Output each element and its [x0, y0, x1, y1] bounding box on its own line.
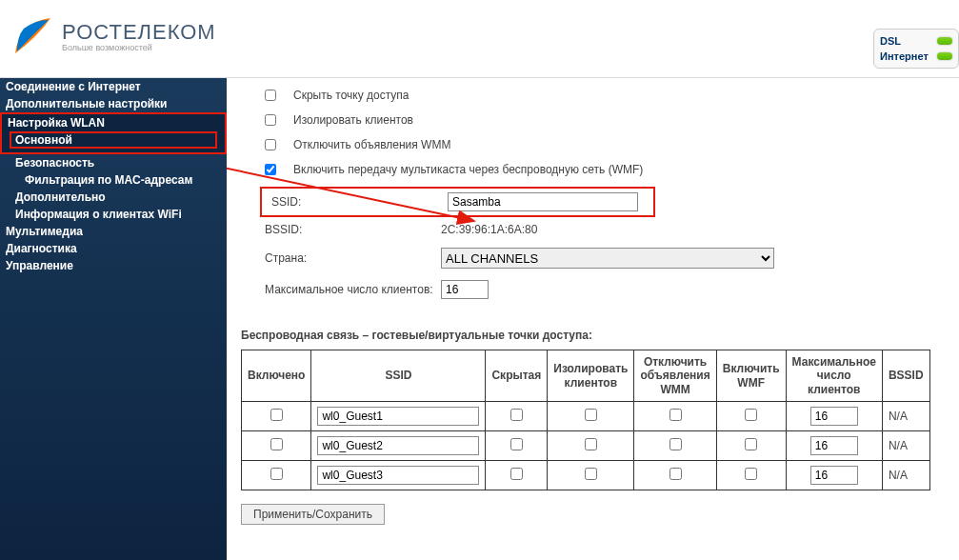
guest-wmf-checkbox[interactable] [745, 409, 757, 421]
rostelecom-logo-icon [14, 17, 52, 55]
guest-enable-checkbox[interactable] [270, 438, 283, 450]
guest-isolate-checkbox[interactable] [585, 468, 597, 480]
isolate-label: Изолировать клиентов [293, 113, 413, 127]
maxclients-input[interactable] [441, 280, 489, 299]
main-content: Скрыть точку доступа Изолировать клиенто… [227, 78, 959, 560]
sidebar-item-wifi-clients[interactable]: Информация о клиентах WiFi [0, 206, 227, 223]
guest-isolate-checkbox[interactable] [585, 409, 597, 421]
sidebar-item-basic[interactable]: Основной [15, 133, 72, 147]
table-row: N/A [242, 402, 930, 431]
ssid-label: SSID: [271, 195, 429, 209]
internet-led-icon [937, 52, 952, 60]
guest-ssid-input[interactable] [317, 466, 479, 485]
th-wmf: Включить WMF [716, 350, 786, 402]
maxclients-label: Максимальное число клиентов: [265, 283, 441, 296]
table-row: N/A [242, 431, 930, 461]
wmf-checkbox[interactable] [265, 164, 276, 175]
guest-bssid-value: N/A [882, 402, 929, 431]
bssid-label: BSSID: [265, 223, 441, 236]
ssid-highlight-box: SSID: [260, 187, 655, 217]
th-bssid: BSSID [882, 350, 929, 402]
country-select[interactable]: ALL CHANNELS [441, 248, 774, 269]
guest-max-input[interactable] [810, 436, 858, 455]
sidebar-item-management[interactable]: Управление [0, 257, 227, 274]
guest-wmm-checkbox[interactable] [669, 409, 682, 421]
guest-hidden-checkbox[interactable] [510, 409, 523, 421]
th-maxclients: Максимальное число клиентов [786, 350, 882, 402]
ssid-input[interactable] [448, 192, 638, 211]
sidebar: Соединение с Интернет Дополнительные нас… [0, 78, 227, 560]
guest-enable-checkbox[interactable] [270, 468, 283, 480]
save-button[interactable]: Применить/Сохранить [241, 504, 385, 525]
sidebar-item-security[interactable]: Безопасность [0, 154, 227, 171]
guest-bssid-value: N/A [882, 431, 929, 461]
th-disable-wmm: Отключить объявления WMM [634, 350, 716, 402]
sidebar-item-additional[interactable]: Дополнительные настройки [0, 95, 227, 112]
sidebar-item-diagnostics[interactable]: Диагностика [0, 240, 227, 257]
guest-ssid-input[interactable] [317, 436, 479, 455]
country-label: Страна: [265, 251, 441, 265]
th-hidden: Скрытая [486, 350, 548, 402]
guest-isolate-checkbox[interactable] [585, 438, 597, 450]
dsl-led-icon [937, 37, 952, 45]
th-enabled: Включено [242, 350, 311, 402]
disable-wmm-label: Отключить объявления WMM [293, 138, 450, 151]
th-ssid: SSID [311, 350, 486, 402]
guest-hidden-checkbox[interactable] [510, 438, 523, 450]
hide-ap-label: Скрыть точку доступа [293, 89, 410, 102]
guest-max-input[interactable] [810, 407, 858, 426]
dsl-label: DSL [880, 35, 901, 47]
sidebar-item-internet[interactable]: Соединение с Интернет [0, 78, 227, 95]
isolate-checkbox[interactable] [265, 114, 276, 126]
disable-wmm-checkbox[interactable] [265, 139, 276, 150]
guest-wmf-checkbox[interactable] [745, 468, 757, 480]
guest-wmm-checkbox[interactable] [669, 438, 682, 450]
guest-ap-table: Включено SSID Скрытая Изолировать клиент… [241, 350, 930, 490]
bssid-value: 2C:39:96:1A:6A:80 [441, 223, 537, 236]
guest-hidden-checkbox[interactable] [510, 468, 523, 480]
guest-max-input[interactable] [810, 466, 858, 485]
header: РОСТЕЛЕКОМ Больше возможностей DSL Интер… [0, 0, 959, 78]
internet-label: Интернет [880, 50, 929, 62]
th-isolate: Изолировать клиентов [548, 350, 634, 402]
sidebar-item-advanced[interactable]: Дополнительно [0, 189, 227, 206]
wmf-label: Включить передачу мультикаста через бесп… [293, 163, 643, 176]
sidebar-item-wlan-label: Настройка WLAN [8, 116, 105, 130]
brand-name: РОСТЕЛЕКОМ [62, 20, 216, 45]
guest-enable-checkbox[interactable] [270, 409, 283, 421]
sidebar-item-wlan[interactable]: Настройка WLAN Основной [0, 112, 227, 154]
table-row: N/A [242, 461, 930, 490]
guest-wmm-checkbox[interactable] [669, 468, 682, 480]
connection-status-box: DSL Интернет [873, 29, 959, 69]
guest-wmf-checkbox[interactable] [745, 438, 757, 450]
guest-bssid-value: N/A [882, 461, 929, 490]
sidebar-item-mac-filter[interactable]: Фильтрация по MAC-адресам [0, 171, 227, 189]
hide-ap-checkbox[interactable] [265, 90, 276, 101]
guest-ssid-input[interactable] [317, 407, 479, 426]
sidebar-item-multimedia[interactable]: Мультимедиа [0, 223, 227, 240]
brand-logo: РОСТЕЛЕКОМ Больше возможностей [14, 17, 216, 55]
guest-section-title: Беспроводная связь – гостевые/виртуальны… [241, 329, 945, 342]
